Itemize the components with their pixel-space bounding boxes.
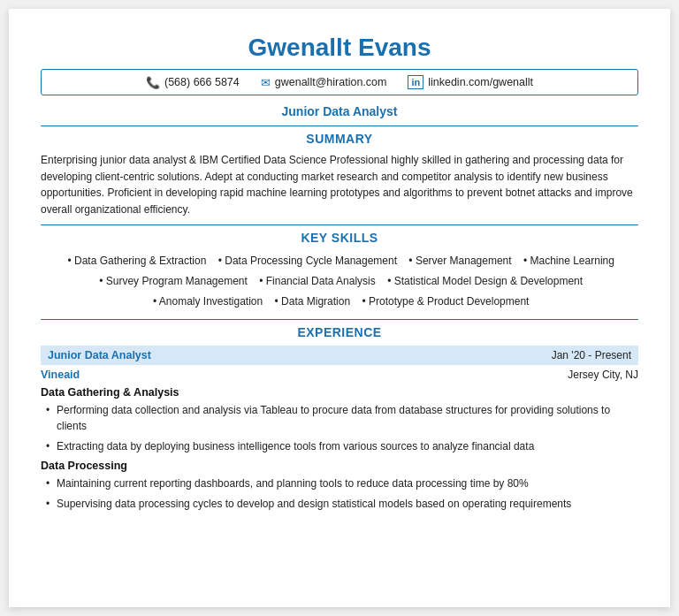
experience-header: EXPERIENCE [41, 325, 638, 339]
summary-text: Enterprising junior data analyst & IBM C… [41, 152, 638, 217]
job-date: Jan '20 - Present [552, 349, 631, 361]
bullet-list-1: Performing data collection and analysis … [41, 402, 638, 454]
experience-divider [41, 319, 638, 320]
job-title-bar: Junior Data Analyst Jan '20 - Present [41, 346, 638, 365]
summary-divider [41, 125, 638, 126]
skill-3: • Server Management [408, 255, 520, 267]
sub-section-title-1: Data Gathering & Analysis [41, 386, 638, 399]
skills-row-2: • Survey Program Management • Financial … [41, 271, 638, 292]
summary-header: SUMMARY [41, 132, 638, 146]
sub-section-processing: Data Processing Maintaining current repo… [41, 460, 638, 512]
skill-6: • Financial Data Analysis [259, 275, 385, 287]
email-icon: ✉ [261, 76, 271, 89]
job-entry-1: Junior Data Analyst Jan '20 - Present Vi… [41, 346, 638, 512]
phone-contact: 📞 (568) 666 5874 [146, 76, 240, 89]
candidate-name: Gwenallt Evans [41, 34, 638, 62]
skill-4: • Machine Learning [523, 255, 614, 267]
sub-section-title-2: Data Processing [41, 460, 638, 472]
skill-10: • Prototype & Product Development [362, 295, 529, 308]
skills-container: • Data Gathering & Extraction • Data Pro… [41, 251, 638, 311]
linkedin-url: linkedin.com/gwenallt [428, 76, 533, 88]
company-location: Jersey City, NJ [568, 369, 638, 381]
summary-section: SUMMARY Enterprising junior data analyst… [41, 125, 638, 217]
company-row: Vineaid Jersey City, NJ [41, 369, 638, 381]
skills-header: KEY SKILLS [41, 231, 638, 245]
skill-5: • Survey Program Management [96, 275, 256, 287]
skill-7: • Statistical Model Design & Development [387, 275, 583, 287]
bullet-item: Extracting data by deploying business in… [44, 438, 638, 454]
linkedin-contact: in linkedin.com/gwenallt [408, 75, 533, 89]
name-section: Gwenallt Evans [41, 34, 638, 62]
company-name: Vineaid [41, 369, 80, 381]
email-contact: ✉ gwenallt@hiration.com [261, 76, 387, 89]
sub-section-gathering: Data Gathering & Analysis Performing dat… [41, 386, 638, 454]
contact-bar: 📞 (568) 666 5874 ✉ gwenallt@hiration.com… [41, 69, 638, 95]
job-title: Junior Data Analyst [41, 104, 638, 118]
key-skills-section: KEY SKILLS • Data Gathering & Extraction… [41, 224, 638, 311]
skill-8: • Anomaly Investigation [150, 295, 272, 308]
skills-row-1: • Data Gathering & Extraction • Data Pro… [41, 251, 638, 271]
skills-row-3: • Anomaly Investigation • Data Migration… [41, 292, 638, 312]
linkedin-icon: in [408, 75, 423, 89]
skill-9: • Data Migration [275, 295, 360, 308]
phone-number: (568) 666 5874 [164, 76, 240, 88]
job-title-section: Junior Data Analyst [41, 104, 638, 118]
bullet-item: Maintaining current reporting dashboards… [44, 475, 638, 491]
experience-section: EXPERIENCE Junior Data Analyst Jan '20 -… [41, 319, 638, 512]
skills-divider [41, 224, 638, 225]
phone-icon: 📞 [146, 76, 160, 89]
bullet-item: Supervising data processing cycles to de… [44, 496, 638, 512]
skill-1: • Data Gathering & Extraction [65, 255, 215, 267]
resume-page: Gwenallt Evans 📞 (568) 666 5874 ✉ gwenal… [9, 9, 670, 607]
bullet-list-2: Maintaining current reporting dashboards… [41, 475, 638, 512]
bullet-item: Performing data collection and analysis … [44, 402, 638, 434]
job-position-title: Junior Data Analyst [48, 349, 151, 361]
email-address: gwenallt@hiration.com [275, 76, 387, 88]
skill-2: • Data Processing Cycle Management [218, 255, 406, 267]
